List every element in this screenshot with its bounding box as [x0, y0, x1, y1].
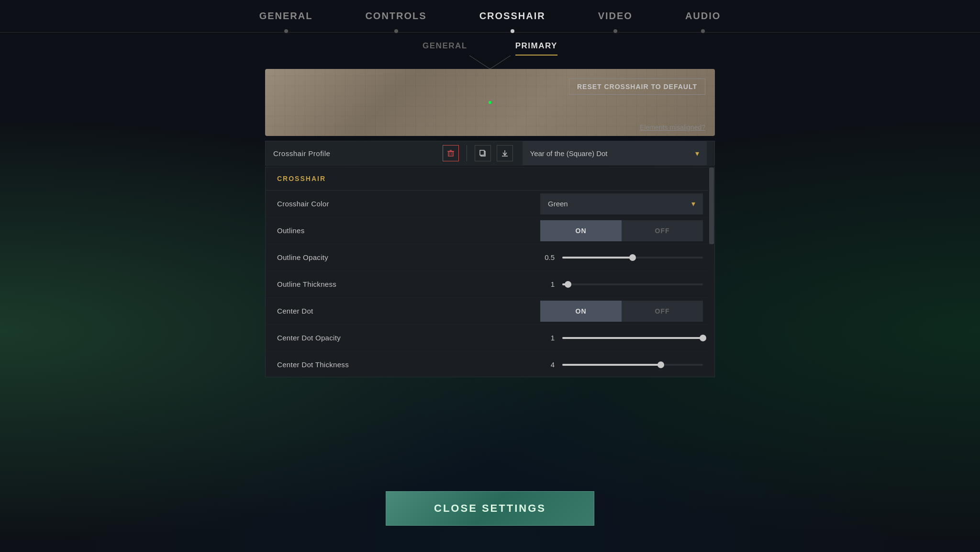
- outlines-row: Outlines On Off: [266, 217, 714, 244]
- profile-label: Crosshair Profile: [273, 149, 443, 158]
- profile-dropdown-arrow: ▾: [695, 149, 699, 158]
- svg-line-0: [469, 56, 490, 69]
- center-dot-thickness-slider[interactable]: [562, 364, 703, 366]
- center-dot-opacity-fill: [562, 337, 703, 339]
- nav-item-crosshair[interactable]: CROSSHAIR: [453, 0, 572, 33]
- connector-lines: [442, 56, 538, 69]
- center-dot-thickness-label: Center Dot Thickness: [277, 360, 540, 369]
- sub-nav-general[interactable]: GENERAL: [423, 41, 468, 56]
- outline-thickness-slider[interactable]: [562, 283, 703, 285]
- profile-dropdown-value: Year of the (Square) Dot: [530, 149, 608, 158]
- center-dot-toggle: On Off: [540, 301, 703, 322]
- sub-nav: GENERAL PRIMARY: [0, 33, 980, 56]
- crosshair-color-control[interactable]: Green ▾: [540, 193, 703, 214]
- outline-opacity-thumb[interactable]: [629, 254, 636, 261]
- import-icon: [501, 149, 509, 157]
- outline-opacity-fill: [562, 257, 633, 259]
- color-dropdown-arrow: ▾: [691, 199, 695, 208]
- center-dot-off-button[interactable]: Off: [622, 301, 703, 322]
- svg-rect-2: [448, 152, 453, 156]
- crosshair-section-header: CROSSHAIR: [266, 167, 714, 191]
- outlines-on-button[interactable]: On: [540, 220, 622, 241]
- sub-nav-primary[interactable]: PRIMARY: [515, 41, 557, 56]
- crosshair-color-value: Green: [548, 200, 568, 208]
- center-dot-thickness-row: Center Dot Thickness 4: [266, 351, 714, 377]
- scrollbar-thumb[interactable]: [709, 168, 714, 244]
- center-dot-thickness-fill: [562, 364, 661, 366]
- trash-icon: [447, 149, 455, 157]
- profile-divider: [467, 145, 467, 161]
- profile-icons: [443, 145, 513, 161]
- center-dot-opacity-slider[interactable]: [562, 337, 703, 339]
- crosshair-color-row: Crosshair Color Green ▾: [266, 191, 714, 217]
- center-dot-label: Center Dot: [277, 307, 540, 315]
- nav-item-general[interactable]: GENERAL: [233, 0, 339, 33]
- settings-panel: CROSSHAIR Crosshair Color Green ▾ Outlin…: [265, 167, 715, 377]
- outline-opacity-slider[interactable]: [562, 257, 703, 259]
- nav-item-video[interactable]: VIDEO: [572, 0, 659, 33]
- outlines-label: Outlines: [277, 226, 540, 235]
- outline-opacity-control: 0.5: [540, 253, 703, 261]
- close-settings-button[interactable]: CLOSE SETTINGS: [386, 491, 594, 526]
- crosshair-color-label: Crosshair Color: [277, 200, 540, 208]
- preview-area: RESET CROSSHAIR TO DEFAULT Elements misa…: [265, 69, 715, 136]
- outline-thickness-thumb[interactable]: [565, 281, 571, 288]
- outline-thickness-control: 1: [540, 280, 703, 288]
- outline-opacity-row: Outline Opacity 0.5: [266, 244, 714, 271]
- outline-opacity-label: Outline Opacity: [277, 253, 540, 261]
- center-dot-opacity-row: Center Dot Opacity 1: [266, 325, 714, 351]
- nav-item-audio[interactable]: AUDIO: [659, 0, 747, 33]
- import-profile-button[interactable]: [497, 145, 513, 161]
- svg-rect-8: [480, 150, 484, 155]
- elements-misaligned-link[interactable]: Elements misaligned?: [640, 124, 705, 131]
- copy-icon: [479, 149, 487, 157]
- center-dot-opacity-control: 1: [540, 334, 703, 342]
- outlines-toggle: On Off: [540, 220, 703, 241]
- nav-item-controls[interactable]: CONTROLS: [339, 0, 453, 33]
- outline-opacity-value: 0.5: [540, 253, 555, 261]
- outline-thickness-row: Outline Thickness 1: [266, 271, 714, 298]
- top-nav: GENERAL CONTROLS CROSSHAIR VIDEO AUDIO: [0, 0, 980, 33]
- center-dot-thickness-value: 4: [540, 360, 555, 369]
- outline-thickness-value: 1: [540, 280, 555, 288]
- outline-thickness-label: Outline Thickness: [277, 280, 540, 288]
- center-dot-thickness-thumb[interactable]: [657, 361, 664, 368]
- scrollbar[interactable]: [709, 167, 714, 377]
- center-dot-row: Center Dot On Off: [266, 298, 714, 325]
- center-dot-thickness-control: 4: [540, 360, 703, 369]
- outlines-off-button[interactable]: Off: [622, 220, 703, 241]
- svg-line-1: [490, 56, 511, 69]
- delete-profile-button[interactable]: [443, 145, 459, 161]
- profile-dropdown[interactable]: Year of the (Square) Dot ▾: [523, 141, 707, 166]
- center-dot-opacity-thumb[interactable]: [700, 335, 706, 341]
- center-dot-opacity-label: Center Dot Opacity: [277, 334, 540, 342]
- center-dot-opacity-value: 1: [540, 334, 555, 342]
- copy-profile-button[interactable]: [475, 145, 491, 161]
- profile-bar: Crosshair Profile Ye: [265, 141, 715, 166]
- crosshair-preview-dot: [489, 101, 491, 104]
- reset-crosshair-button[interactable]: RESET CROSSHAIR TO DEFAULT: [569, 79, 705, 95]
- center-dot-on-button[interactable]: On: [540, 301, 622, 322]
